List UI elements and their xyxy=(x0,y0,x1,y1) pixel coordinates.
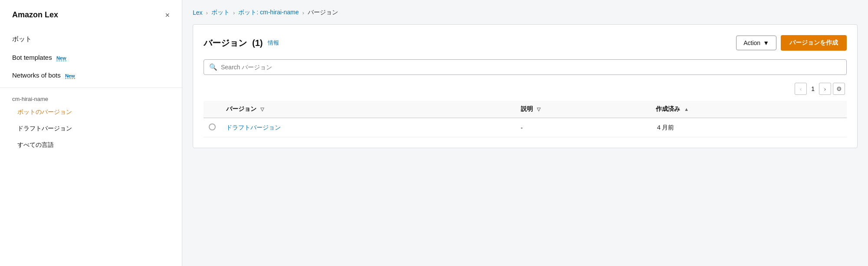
next-page-button[interactable]: › xyxy=(819,83,831,95)
col-version-sort-icon[interactable]: ▽ xyxy=(260,107,264,112)
table-body: ドラフトバージョン - ４月前 xyxy=(204,118,847,137)
main-content: Lex › ボット › ボット: cm-hirai-name › バージョン バ… xyxy=(182,0,868,266)
sidebar-divider xyxy=(0,88,182,88)
col-created-label: 作成済み xyxy=(656,105,680,112)
col-select xyxy=(204,101,221,118)
row-created-cell: ４月前 xyxy=(651,118,847,137)
next-icon: › xyxy=(824,86,826,92)
sidebar-item-bot-versions-label: ボットのバージョン xyxy=(17,108,72,115)
breadcrumb-sep-3: › xyxy=(302,10,304,16)
breadcrumb-bots[interactable]: ボット xyxy=(211,9,230,16)
breadcrumb-sep-2: › xyxy=(233,10,235,16)
row-version-cell: ドラフトバージョン xyxy=(221,118,516,137)
versions-card: バージョン (1) 情報 Action ▼ バージョンを作成 🔍 ‹ 1 xyxy=(193,24,858,148)
sidebar-item-bots[interactable]: ボット xyxy=(0,30,182,49)
version-link[interactable]: ドラフトバージョン xyxy=(226,124,281,131)
sidebar-item-bot-versions[interactable]: ボットのバージョン xyxy=(0,104,182,120)
settings-button[interactable]: ⚙ xyxy=(833,83,845,95)
sidebar-item-all-languages-label: すべての言語 xyxy=(17,141,54,148)
sidebar: Amazon Lex × ボット Bot templates New Netwo… xyxy=(0,0,182,266)
breadcrumb-bot-name[interactable]: ボット: cm-hirai-name xyxy=(238,9,299,16)
sidebar-close-button[interactable]: × xyxy=(165,11,170,19)
col-description-sort-icon[interactable]: ▽ xyxy=(537,107,540,112)
bot-templates-badge: New xyxy=(56,55,66,61)
prev-page-button[interactable]: ‹ xyxy=(795,83,807,95)
sidebar-item-all-languages[interactable]: すべての言語 xyxy=(0,137,182,153)
breadcrumb: Lex › ボット › ボット: cm-hirai-name › バージョン xyxy=(193,9,858,16)
action-button-label: Action xyxy=(743,39,760,46)
versions-table: バージョン ▽ 説明 ▽ 作成済み ▲ xyxy=(204,101,847,137)
card-header: バージョン (1) 情報 Action ▼ バージョンを作成 xyxy=(204,35,847,51)
card-title: バージョン xyxy=(204,37,247,49)
sidebar-item-bots-label: ボット xyxy=(12,35,32,42)
sidebar-section-label: cm-hirai-name xyxy=(0,91,182,104)
page-number: 1 xyxy=(809,85,817,92)
search-input[interactable] xyxy=(221,64,841,71)
card-count: (1) xyxy=(252,38,263,48)
search-row: 🔍 xyxy=(204,59,847,75)
gear-icon: ⚙ xyxy=(836,85,842,92)
col-created-sort-icon[interactable]: ▲ xyxy=(684,107,689,112)
sidebar-item-bot-templates-label: Bot templates xyxy=(12,54,52,61)
card-actions: Action ▼ バージョンを作成 xyxy=(736,35,847,51)
action-dropdown-icon: ▼ xyxy=(763,39,769,46)
breadcrumb-sep-1: › xyxy=(206,10,208,16)
col-version-label: バージョン xyxy=(226,105,256,112)
card-title-group: バージョン (1) 情報 xyxy=(204,37,279,49)
info-link[interactable]: 情報 xyxy=(268,39,279,47)
sidebar-item-bot-templates[interactable]: Bot templates New xyxy=(0,49,182,66)
sidebar-title: Amazon Lex xyxy=(12,10,58,19)
sidebar-header: Amazon Lex × xyxy=(0,10,182,30)
sidebar-item-draft-label: ドラフトバージョン xyxy=(17,125,72,132)
col-version: バージョン ▽ xyxy=(221,101,516,118)
col-description: 説明 ▽ xyxy=(516,101,651,118)
breadcrumb-lex[interactable]: Lex xyxy=(193,9,203,16)
col-description-label: 説明 xyxy=(521,105,533,112)
col-created: 作成済み ▲ xyxy=(651,101,847,118)
table-head: バージョン ▽ 説明 ▽ 作成済み ▲ xyxy=(204,101,847,118)
row-description-cell: - xyxy=(516,118,651,137)
search-icon: 🔍 xyxy=(209,63,217,71)
action-button[interactable]: Action ▼ xyxy=(736,36,776,50)
networks-badge: New xyxy=(65,73,75,79)
row-radio[interactable] xyxy=(209,123,216,130)
breadcrumb-versions: バージョン xyxy=(308,9,338,16)
prev-icon: ‹ xyxy=(800,86,802,92)
create-version-button[interactable]: バージョンを作成 xyxy=(781,35,847,51)
row-select-cell[interactable] xyxy=(204,118,221,137)
sidebar-item-networks-of-bots[interactable]: Networks of bots New xyxy=(0,66,182,84)
table-header-row: バージョン ▽ 説明 ▽ 作成済み ▲ xyxy=(204,101,847,118)
sidebar-item-networks-label: Networks of bots xyxy=(12,71,61,79)
table-row: ドラフトバージョン - ４月前 xyxy=(204,118,847,137)
sidebar-item-draft-version[interactable]: ドラフトバージョン xyxy=(0,120,182,137)
pagination-row: ‹ 1 › ⚙ xyxy=(204,83,847,95)
